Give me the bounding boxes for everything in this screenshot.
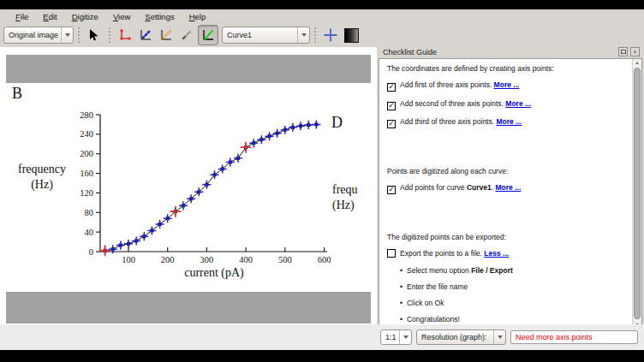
checklist-item: •Select menu option File / Export <box>387 266 623 276</box>
menu-item-file[interactable]: File <box>15 12 28 21</box>
bullet-icon: • <box>400 266 402 275</box>
checklist-content: The coordinates are defined by creating … <box>379 58 642 329</box>
svg-text:100: 100 <box>122 255 135 264</box>
checklist-item: Export the points to a file. Less ... <box>387 249 623 258</box>
menu-item-digitize[interactable]: Digitize <box>72 12 98 21</box>
checklist-item <box>387 136 623 160</box>
zoom-value: 1:1 <box>381 333 399 341</box>
scroll-up-icon[interactable]: ▲ <box>633 59 641 67</box>
segment-point-tool-button[interactable] <box>177 26 196 45</box>
checklist-item: ✓Add first of three axis points. More ..… <box>387 80 623 92</box>
crosshair-swatch <box>321 26 340 45</box>
zoom-combo[interactable]: 1:1 <box>380 329 412 345</box>
svg-text:500: 500 <box>278 255 292 264</box>
svg-text:160: 160 <box>80 169 93 178</box>
crosshair-icon <box>323 27 338 43</box>
svg-text:200: 200 <box>80 149 93 158</box>
original-curve <box>104 122 319 252</box>
resolution-combo[interactable]: Resolution (graph): <box>416 329 506 345</box>
background-selector-value: Original image <box>4 31 61 39</box>
status-bar: 1:1 Resolution (graph): Need more axis p… <box>0 324 644 350</box>
toolbar: Original image <box>0 23 644 47</box>
checklist-item: •Click on Ok <box>387 299 623 308</box>
svg-text:240: 240 <box>80 129 93 139</box>
curve-point-tool-button[interactable] <box>136 26 155 45</box>
chevron-down-icon <box>493 330 505 344</box>
curve-selector-combo[interactable]: Curve1 <box>222 27 310 44</box>
background-selector-combo[interactable]: Original image <box>3 27 74 44</box>
cursor-arrow-icon <box>87 28 101 42</box>
float-panel-icon[interactable] <box>618 47 628 56</box>
close-panel-icon[interactable]: × <box>630 47 640 56</box>
svg-text:120: 120 <box>80 188 93 198</box>
curve-selector-value: Curve1 <box>223 31 297 39</box>
svg-text:600: 600 <box>318 255 331 264</box>
bullet-icon: • <box>400 299 402 307</box>
svg-text:400: 400 <box>239 255 253 264</box>
checklist-item: ✓Add third of three axis points. More ..… <box>387 117 623 128</box>
checklist-item: Points are digitized along each curve: <box>387 167 623 176</box>
scrollbar-thumb[interactable] <box>634 68 641 319</box>
menu-bar: FileEditDigitizeViewSettingsHelp <box>0 9 644 23</box>
plot-axes: 04080120160200240280100200300400500600 <box>80 110 331 264</box>
gradient-square-icon <box>344 28 359 43</box>
svg-text:300: 300 <box>200 255 214 264</box>
checklist-link[interactable]: More ... <box>496 183 522 192</box>
select-tool-button[interactable] <box>85 26 104 45</box>
digitized-plot[interactable]: 04080120160200240280100200300400500600 <box>0 47 377 324</box>
digitized-points[interactable] <box>101 120 321 254</box>
chevron-down-icon <box>297 27 309 43</box>
checkbox-checked-icon[interactable]: ✓ <box>387 102 396 110</box>
segment-fill-tool-button[interactable] <box>198 25 218 45</box>
point-match-icon <box>159 28 173 42</box>
pen-stroke-icon <box>180 28 194 42</box>
checklist-item: ✓Add second of three axis points. More .… <box>387 99 623 110</box>
segment-fill-icon <box>201 28 215 42</box>
toolbar-separator <box>78 27 80 43</box>
checklist-link[interactable]: Less ... <box>484 249 509 258</box>
bullet-icon: • <box>400 282 402 291</box>
point-match-tool-button[interactable] <box>157 26 176 45</box>
checklist-item <box>387 202 623 226</box>
svg-text:80: 80 <box>85 208 94 217</box>
menu-item-edit[interactable]: Edit <box>43 12 57 21</box>
checklist-item: ✓Add points for curve Curve1. More ... <box>387 183 623 194</box>
menu-item-settings[interactable]: Settings <box>145 12 174 21</box>
checklist-guide-panel: Checklist Guide × The coordinates are de… <box>378 47 643 329</box>
menu-item-view[interactable]: View <box>113 12 130 21</box>
chevron-down-icon <box>61 27 73 43</box>
app-window: FileEditDigitizeViewSettingsHelp Origina… <box>0 9 644 350</box>
checkbox-checked-icon[interactable]: ✓ <box>387 83 396 92</box>
panel-title: Checklist Guide <box>383 48 437 56</box>
axis-point-tool-button[interactable] <box>116 26 134 45</box>
checklist-link[interactable]: More ... <box>505 99 531 108</box>
checkbox-checked-icon[interactable]: ✓ <box>387 120 396 128</box>
resolution-label: Resolution (graph): <box>417 333 493 341</box>
toolbar-separator <box>314 27 316 43</box>
checklist-link[interactable]: More ... <box>496 117 522 126</box>
axis-points-icon <box>118 28 132 42</box>
checklist-item: The digitized points can be exported: <box>387 233 623 242</box>
svg-text:0: 0 <box>89 247 93 257</box>
checkbox-unchecked-icon[interactable] <box>387 249 396 258</box>
svg-text:40: 40 <box>85 228 94 237</box>
checklist-scrollbar[interactable]: ▲ ▼ <box>632 59 641 329</box>
checklist-item: •Congratulations! <box>387 315 623 324</box>
axis-point-markers[interactable] <box>99 142 252 257</box>
checklist-item: •Enter the file name <box>387 282 623 292</box>
menu-item-help[interactable]: Help <box>189 12 206 21</box>
gradient-swatch <box>342 26 361 45</box>
checklist-item: The coordinates are defined by creating … <box>387 64 623 74</box>
svg-text:280: 280 <box>80 110 93 120</box>
bullet-icon: • <box>400 315 402 323</box>
checklist-link[interactable]: More ... <box>494 80 520 89</box>
toolbar-separator <box>109 27 110 43</box>
status-message: Need more axis points <box>510 330 638 344</box>
curve-points-icon <box>139 28 152 42</box>
svg-text:200: 200 <box>161 255 175 264</box>
checkbox-checked-icon[interactable]: ✓ <box>387 186 396 194</box>
chevron-down-icon <box>399 330 411 344</box>
graph-canvas[interactable]: B D frequency(Hz) frequ(Hz) current (pA)… <box>0 47 377 324</box>
